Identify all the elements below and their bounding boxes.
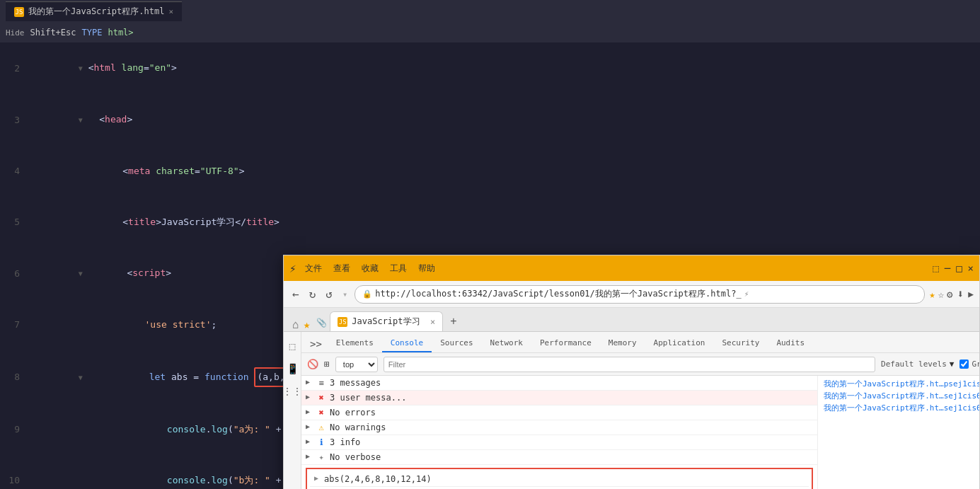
forward-button[interactable]: ↺ [323, 286, 335, 302]
menu-item-help[interactable]: 帮助 [418, 263, 435, 275]
no-warnings-icon: ⚠ [316, 422, 327, 432]
new-tab-button[interactable]: + [444, 311, 462, 331]
console-row-verbose[interactable]: ▶ ✦ No verbose [301, 450, 817, 465]
browser-tab-title: JavaScript学习 [352, 316, 420, 328]
shortcut-hint: Shift+Esc [30, 28, 76, 38]
fold-arrow-3[interactable]: ▼ [79, 112, 87, 129]
console-row-messages[interactable]: ▶ ≡ 3 messages [301, 376, 817, 391]
info-icon: ℹ [316, 437, 327, 447]
source-link-1[interactable]: 我的第一个JavaScript程序.ht…psej1cis67ip581sc:9 [824, 379, 979, 389]
row-arrow-messages[interactable]: ▶ [306, 378, 314, 386]
share-icon[interactable]: ⬚ [933, 263, 938, 274]
editor-tab-bar: JS 我的第一个JavaScript程序.html × [0, 0, 980, 23]
verbose-icon: ✦ [316, 452, 327, 462]
line-num-7: 7 [0, 316, 28, 333]
menu-item-file[interactable]: 文件 [305, 263, 322, 275]
source-link-2[interactable]: 我的第一个JavaScript程序.ht…sej1cis67ip581sc:10 [824, 391, 979, 401]
browser-action-buttons: ★ ☆ ⚙ [929, 289, 952, 300]
star-icon[interactable]: ★ [929, 289, 935, 300]
devtools-tab-sources[interactable]: Sources [432, 334, 481, 352]
console-output-highlighted: ▶ abs(2,4,6,8,10,12,14) a为: 2 b为: 4 [306, 468, 813, 489]
verbose-label: No verbose [330, 452, 381, 462]
user-messages-icon: ✖ [316, 393, 327, 403]
console-context-select[interactable]: top [335, 357, 378, 372]
default-levels-dropdown[interactable]: ▼ [950, 359, 955, 369]
console-row-no-warnings[interactable]: ▶ ⚠ No warnings [301, 420, 817, 435]
line-num-8: 8 [0, 369, 28, 386]
more-options-button[interactable]: ▶ [968, 289, 974, 299]
row-arrow-user-messages[interactable]: ▶ [306, 393, 314, 401]
devtools-tab-console[interactable]: Console [382, 334, 432, 352]
fold-arrow-2[interactable]: ▼ [79, 60, 87, 77]
devtools-sidebar: ⬚ 📱 ⋮⋮ [284, 332, 301, 489]
code-line-10-content: console.log("b为: " + b); [28, 455, 309, 489]
devtools-tab-performance[interactable]: Performance [531, 334, 600, 352]
settings-icon[interactable]: ⚙ [947, 289, 952, 300]
forward-nav-button[interactable]: ▾ [340, 288, 350, 301]
code-line-3-content: ▼ <head> [28, 94, 283, 146]
devtools-device-icon[interactable]: 📱 [284, 360, 301, 377]
tab-close-icon[interactable]: × [168, 7, 173, 16]
download-button[interactable]: ⬇ [957, 287, 964, 301]
url-bar[interactable]: 🔒 http://localhost:63342/JavaScript/less… [354, 285, 925, 304]
console-row-user-messages[interactable]: ▶ ✖ 3 user messa... [301, 391, 817, 405]
browser-logo: ⚡ [289, 262, 296, 275]
favorites-icon[interactable]: ☆ [938, 289, 944, 300]
devtools-tab-elements[interactable]: Elements [328, 334, 382, 352]
devtools-tab-application[interactable]: Application [645, 334, 714, 352]
refresh-button[interactable]: ↻ [306, 286, 319, 302]
back-button[interactable]: ← [289, 286, 302, 302]
devtools-more-icon[interactable]: ⋮⋮ [284, 383, 301, 400]
minimize-button[interactable]: ─ [945, 263, 950, 274]
console-filter-panel: ▶ ≡ 3 messages ▶ ✖ 3 user messa... ▶ [301, 376, 818, 489]
url-text: http://localhost:63342/JavaScript/lesson… [375, 288, 741, 300]
abs-call-arrow[interactable]: ▶ [314, 474, 323, 482]
group-similar-checkbox[interactable] [959, 359, 969, 369]
row-arrow-verbose[interactable]: ▶ [306, 452, 314, 460]
menu-item-view[interactable]: 查看 [333, 263, 350, 275]
default-levels-control: Default levels ▼ [881, 359, 954, 369]
devtools-tab-security[interactable]: Security [713, 334, 768, 352]
browser-tabs: ⌂ ★ 📎 JS JavaScript学习 × + [284, 308, 979, 332]
code-editor[interactable]: 2 ▼<html lang="en"> 3 ▼ <head> 4 <meta c… [0, 42, 283, 489]
fold-arrow-6[interactable]: ▼ [79, 265, 87, 282]
line-num-6: 6 [0, 265, 28, 282]
group-similar-control: Group similar [959, 359, 979, 369]
devtools-tab-memory[interactable]: Memory [600, 334, 645, 352]
devtools-inspect-icon[interactable]: ⬚ [284, 338, 301, 355]
devtools-tab-more[interactable]: >> [304, 335, 328, 352]
code-line-3: 3 ▼ <head> [0, 94, 283, 146]
hide-button[interactable]: Hide [6, 28, 25, 38]
console-row-info[interactable]: ▶ ℹ 3 info [301, 435, 817, 450]
devtools-tab-audits[interactable]: Audits [768, 334, 813, 352]
code-line-7: 7 'use strict'; [0, 299, 283, 350]
browser-navbar: ← ↻ ↺ ▾ 🔒 http://localhost:63342/JavaScr… [284, 281, 979, 308]
bookmark-icon[interactable]: 📎 [314, 314, 328, 331]
row-arrow-no-warnings[interactable]: ▶ [306, 422, 314, 430]
console-content: ▶ ≡ 3 messages ▶ ✖ 3 user messa... ▶ [301, 376, 979, 489]
browser-tab-close-icon[interactable]: × [430, 317, 435, 327]
close-button[interactable]: × [968, 263, 974, 274]
row-arrow-no-errors[interactable]: ▶ [306, 408, 314, 415]
console-filter-button[interactable]: ⊞ [324, 359, 330, 369]
fold-arrow-8[interactable]: ▼ [79, 369, 87, 386]
messages-icon: ≡ [316, 378, 327, 388]
menu-item-tools[interactable]: 工具 [390, 263, 407, 275]
code-line-4-content: <meta charset="UTF-8"> [28, 146, 283, 197]
browser-tab-active[interactable]: JS JavaScript学习 × [330, 311, 443, 331]
console-row-no-errors[interactable]: ▶ ✖ No errors [301, 405, 817, 420]
menu-item-favorites[interactable]: 收藏 [362, 263, 379, 275]
code-line-7-content: 'use strict'; [28, 299, 283, 350]
favorites-sidebar-button[interactable]: ★ [304, 318, 311, 331]
group-similar-label: Group similar [972, 359, 979, 369]
console-filter-input[interactable] [384, 357, 875, 372]
code-line-9: 9 console.log("a为: " + a); [0, 404, 283, 455]
console-clear-button[interactable]: 🚫 [307, 359, 318, 369]
row-arrow-info[interactable]: ▶ [306, 437, 314, 445]
editor-tab[interactable]: JS 我的第一个JavaScript程序.html × [6, 1, 182, 21]
source-link-3[interactable]: 我的第一个JavaScript程序.ht…sej1cis67ip581sc:11 [824, 403, 979, 413]
home-button[interactable]: ⌂ [289, 318, 302, 331]
code-line-2: 2 ▼<html lang="en"> [0, 42, 283, 94]
maximize-button[interactable]: □ [956, 263, 962, 274]
devtools-tab-network[interactable]: Network [482, 334, 531, 352]
